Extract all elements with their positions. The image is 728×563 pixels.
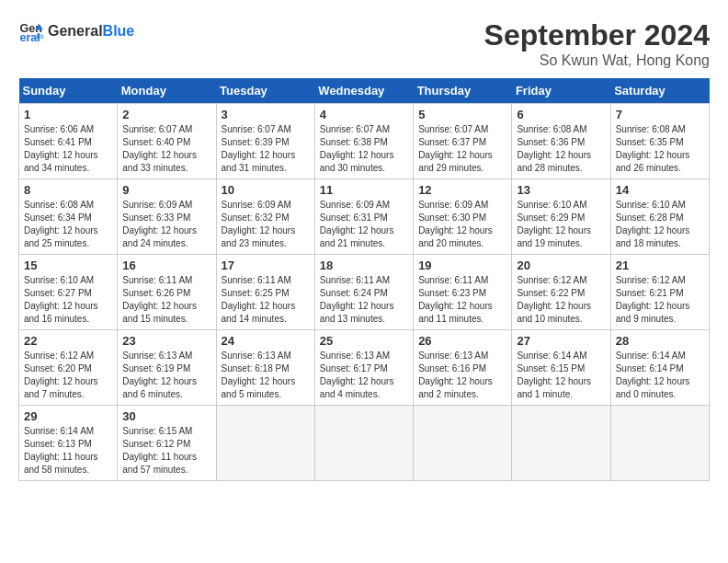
day-info: Sunrise: 6:13 AM Sunset: 6:17 PM Dayligh… bbox=[320, 350, 408, 401]
logo-text: GeneralBlue bbox=[48, 23, 134, 40]
calendar-cell: 18Sunrise: 6:11 AM Sunset: 6:24 PM Dayli… bbox=[314, 255, 413, 330]
day-info: Sunrise: 6:13 AM Sunset: 6:19 PM Dayligh… bbox=[122, 350, 210, 401]
calendar-cell bbox=[414, 406, 512, 481]
day-info: Sunrise: 6:11 AM Sunset: 6:25 PM Dayligh… bbox=[222, 274, 310, 326]
calendar-cell: 23Sunrise: 6:13 AM Sunset: 6:19 PM Dayli… bbox=[118, 330, 216, 406]
day-info: Sunrise: 6:09 AM Sunset: 6:30 PM Dayligh… bbox=[418, 199, 506, 250]
day-number: 30 bbox=[122, 409, 210, 423]
calendar-cell: 29Sunrise: 6:14 AM Sunset: 6:13 PM Dayli… bbox=[19, 406, 118, 481]
calendar-cell: 4Sunrise: 6:07 AM Sunset: 6:38 PM Daylig… bbox=[314, 104, 413, 179]
day-number: 4 bbox=[320, 108, 408, 121]
day-info: Sunrise: 6:15 AM Sunset: 6:12 PM Dayligh… bbox=[122, 425, 210, 477]
day-info: Sunrise: 6:09 AM Sunset: 6:32 PM Dayligh… bbox=[222, 199, 310, 250]
day-info: Sunrise: 6:07 AM Sunset: 6:38 PM Dayligh… bbox=[320, 123, 408, 175]
day-number: 2 bbox=[122, 108, 210, 121]
calendar-cell: 1Sunrise: 6:06 AM Sunset: 6:41 PM Daylig… bbox=[19, 104, 118, 179]
day-number: 13 bbox=[517, 183, 605, 197]
day-info: Sunrise: 6:10 AM Sunset: 6:28 PM Dayligh… bbox=[616, 199, 704, 250]
day-number: 12 bbox=[418, 183, 506, 197]
day-info: Sunrise: 6:14 AM Sunset: 6:15 PM Dayligh… bbox=[517, 350, 605, 401]
calendar-cell: 24Sunrise: 6:13 AM Sunset: 6:18 PM Dayli… bbox=[216, 330, 314, 406]
day-number: 14 bbox=[616, 183, 704, 197]
day-info: Sunrise: 6:12 AM Sunset: 6:22 PM Dayligh… bbox=[517, 274, 605, 326]
day-info: Sunrise: 6:08 AM Sunset: 6:35 PM Dayligh… bbox=[616, 123, 704, 175]
day-info: Sunrise: 6:12 AM Sunset: 6:20 PM Dayligh… bbox=[24, 350, 112, 401]
day-number: 23 bbox=[122, 334, 210, 348]
day-number: 7 bbox=[616, 108, 704, 121]
calendar-cell bbox=[314, 406, 413, 481]
day-number: 17 bbox=[222, 259, 310, 272]
calendar-cell: 30Sunrise: 6:15 AM Sunset: 6:12 PM Dayli… bbox=[118, 406, 216, 481]
day-info: Sunrise: 6:12 AM Sunset: 6:21 PM Dayligh… bbox=[616, 274, 704, 326]
month-title: September 2024 bbox=[484, 18, 710, 52]
calendar-cell: 9Sunrise: 6:09 AM Sunset: 6:33 PM Daylig… bbox=[118, 179, 216, 255]
svg-text:Blue: Blue bbox=[37, 33, 44, 40]
day-info: Sunrise: 6:11 AM Sunset: 6:24 PM Dayligh… bbox=[320, 274, 408, 326]
page-header: Gen eral Blue GeneralBlue September 2024… bbox=[18, 18, 710, 69]
day-number: 9 bbox=[122, 183, 210, 197]
calendar-cell: 10Sunrise: 6:09 AM Sunset: 6:32 PM Dayli… bbox=[216, 179, 314, 255]
day-info: Sunrise: 6:09 AM Sunset: 6:31 PM Dayligh… bbox=[320, 199, 408, 250]
calendar-header-monday: Monday bbox=[118, 78, 216, 104]
calendar-cell: 6Sunrise: 6:08 AM Sunset: 6:36 PM Daylig… bbox=[512, 104, 610, 179]
calendar-cell: 15Sunrise: 6:10 AM Sunset: 6:27 PM Dayli… bbox=[19, 255, 118, 330]
day-number: 6 bbox=[517, 108, 605, 121]
day-number: 19 bbox=[418, 259, 506, 272]
day-number: 20 bbox=[517, 259, 605, 272]
calendar-cell: 17Sunrise: 6:11 AM Sunset: 6:25 PM Dayli… bbox=[216, 255, 314, 330]
day-number: 29 bbox=[24, 409, 112, 423]
calendar-cell bbox=[216, 406, 314, 481]
day-info: Sunrise: 6:13 AM Sunset: 6:18 PM Dayligh… bbox=[222, 350, 310, 401]
logo-icon: Gen eral Blue bbox=[18, 18, 44, 44]
day-info: Sunrise: 6:08 AM Sunset: 6:34 PM Dayligh… bbox=[24, 199, 112, 250]
day-info: Sunrise: 6:14 AM Sunset: 6:13 PM Dayligh… bbox=[24, 425, 112, 477]
calendar-cell: 11Sunrise: 6:09 AM Sunset: 6:31 PM Dayli… bbox=[314, 179, 413, 255]
calendar-cell: 2Sunrise: 6:07 AM Sunset: 6:40 PM Daylig… bbox=[118, 104, 216, 179]
calendar-cell: 25Sunrise: 6:13 AM Sunset: 6:17 PM Dayli… bbox=[314, 330, 413, 406]
calendar-cell bbox=[512, 406, 610, 481]
calendar-table: SundayMondayTuesdayWednesdayThursdayFrid… bbox=[18, 78, 710, 481]
calendar-week-5: 29Sunrise: 6:14 AM Sunset: 6:13 PM Dayli… bbox=[19, 406, 710, 481]
day-number: 1 bbox=[24, 108, 112, 121]
day-info: Sunrise: 6:10 AM Sunset: 6:27 PM Dayligh… bbox=[24, 274, 112, 326]
day-info: Sunrise: 6:07 AM Sunset: 6:37 PM Dayligh… bbox=[418, 123, 506, 175]
calendar-week-1: 1Sunrise: 6:06 AM Sunset: 6:41 PM Daylig… bbox=[19, 104, 710, 179]
calendar-body: 1Sunrise: 6:06 AM Sunset: 6:41 PM Daylig… bbox=[19, 104, 710, 481]
day-info: Sunrise: 6:11 AM Sunset: 6:26 PM Dayligh… bbox=[122, 274, 210, 326]
day-number: 27 bbox=[517, 334, 605, 348]
day-number: 24 bbox=[222, 334, 310, 348]
day-number: 16 bbox=[122, 259, 210, 272]
calendar-week-2: 8Sunrise: 6:08 AM Sunset: 6:34 PM Daylig… bbox=[19, 179, 710, 255]
calendar-cell: 12Sunrise: 6:09 AM Sunset: 6:30 PM Dayli… bbox=[414, 179, 512, 255]
day-number: 28 bbox=[616, 334, 704, 348]
location-subtitle: So Kwun Wat, Hong Kong bbox=[484, 52, 710, 69]
day-info: Sunrise: 6:09 AM Sunset: 6:33 PM Dayligh… bbox=[122, 199, 210, 250]
day-info: Sunrise: 6:10 AM Sunset: 6:29 PM Dayligh… bbox=[517, 199, 605, 250]
calendar-cell: 20Sunrise: 6:12 AM Sunset: 6:22 PM Dayli… bbox=[512, 255, 610, 330]
day-info: Sunrise: 6:06 AM Sunset: 6:41 PM Dayligh… bbox=[24, 123, 112, 175]
title-block: September 2024 So Kwun Wat, Hong Kong bbox=[484, 18, 710, 69]
calendar-cell: 3Sunrise: 6:07 AM Sunset: 6:39 PM Daylig… bbox=[216, 104, 314, 179]
calendar-header-wednesday: Wednesday bbox=[314, 78, 413, 104]
logo: Gen eral Blue GeneralBlue bbox=[18, 18, 134, 44]
calendar-cell: 14Sunrise: 6:10 AM Sunset: 6:28 PM Dayli… bbox=[610, 179, 709, 255]
calendar-cell: 13Sunrise: 6:10 AM Sunset: 6:29 PM Dayli… bbox=[512, 179, 610, 255]
day-number: 15 bbox=[24, 259, 112, 272]
calendar-header-row: SundayMondayTuesdayWednesdayThursdayFrid… bbox=[19, 78, 710, 104]
day-number: 3 bbox=[222, 108, 310, 121]
day-info: Sunrise: 6:13 AM Sunset: 6:16 PM Dayligh… bbox=[418, 350, 506, 401]
day-info: Sunrise: 6:08 AM Sunset: 6:36 PM Dayligh… bbox=[517, 123, 605, 175]
day-number: 10 bbox=[222, 183, 310, 197]
day-info: Sunrise: 6:14 AM Sunset: 6:14 PM Dayligh… bbox=[616, 350, 704, 401]
calendar-cell: 8Sunrise: 6:08 AM Sunset: 6:34 PM Daylig… bbox=[19, 179, 118, 255]
calendar-cell: 26Sunrise: 6:13 AM Sunset: 6:16 PM Dayli… bbox=[414, 330, 512, 406]
calendar-header-sunday: Sunday bbox=[19, 78, 118, 104]
calendar-header-friday: Friday bbox=[512, 78, 610, 104]
day-info: Sunrise: 6:11 AM Sunset: 6:23 PM Dayligh… bbox=[418, 274, 506, 326]
calendar-header-tuesday: Tuesday bbox=[216, 78, 314, 104]
day-number: 22 bbox=[24, 334, 112, 348]
day-number: 11 bbox=[320, 183, 408, 197]
calendar-cell: 21Sunrise: 6:12 AM Sunset: 6:21 PM Dayli… bbox=[610, 255, 709, 330]
calendar-cell bbox=[610, 406, 709, 481]
day-number: 25 bbox=[320, 334, 408, 348]
